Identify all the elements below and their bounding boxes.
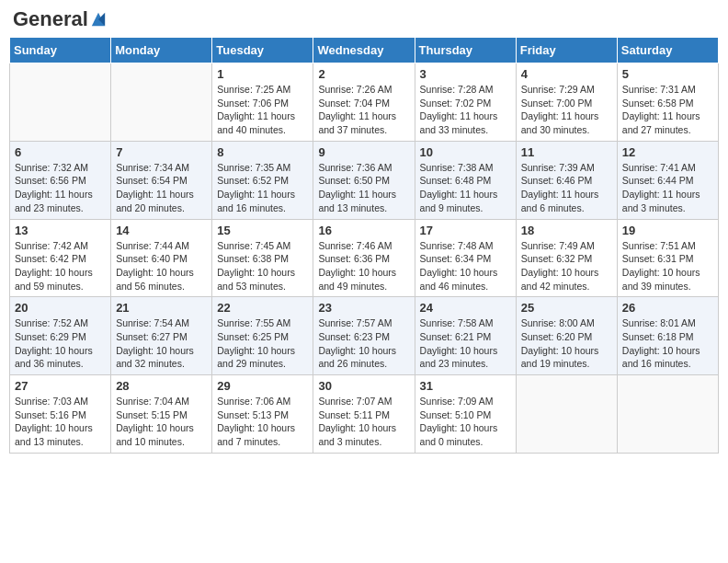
calendar-cell: 14Sunrise: 7:44 AM Sunset: 6:40 PM Dayli… [111, 219, 212, 297]
calendar-cell: 21Sunrise: 7:54 AM Sunset: 6:27 PM Dayli… [111, 297, 212, 375]
cell-day-number: 19 [622, 224, 713, 237]
cell-info: Sunrise: 7:55 AM Sunset: 6:25 PM Dayligh… [217, 316, 308, 371]
calendar-cell: 10Sunrise: 7:38 AM Sunset: 6:48 PM Dayli… [415, 141, 516, 219]
cell-day-number: 10 [420, 145, 511, 159]
cell-info: Sunrise: 7:46 AM Sunset: 6:36 PM Dayligh… [318, 239, 409, 293]
cell-info: Sunrise: 7:28 AM Sunset: 7:02 PM Dayligh… [420, 83, 511, 137]
cell-day-number: 9 [318, 145, 409, 159]
cell-day-number: 1 [217, 67, 308, 81]
cell-info: Sunrise: 7:58 AM Sunset: 6:21 PM Dayligh… [420, 316, 511, 371]
cell-info: Sunrise: 7:09 AM Sunset: 5:10 PM Dayligh… [420, 395, 511, 449]
calendar-cell: 2Sunrise: 7:26 AM Sunset: 7:04 PM Daylig… [313, 63, 415, 142]
cell-info: Sunrise: 7:04 AM Sunset: 5:15 PM Dayligh… [116, 395, 207, 449]
calendar-cell [617, 375, 718, 454]
cell-day-number: 13 [15, 224, 106, 237]
calendar-cell [516, 375, 617, 454]
calendar-cell: 11Sunrise: 7:39 AM Sunset: 6:46 PM Dayli… [516, 141, 617, 219]
day-header-saturday: Saturday [617, 38, 718, 63]
day-header-wednesday: Wednesday [313, 38, 415, 63]
day-header-friday: Friday [516, 38, 617, 63]
cell-day-number: 7 [116, 145, 207, 159]
cell-day-number: 11 [521, 145, 612, 159]
calendar-cell: 17Sunrise: 7:48 AM Sunset: 6:34 PM Dayli… [415, 219, 516, 297]
cell-day-number: 4 [521, 67, 612, 81]
cell-info: Sunrise: 7:42 AM Sunset: 6:42 PM Dayligh… [15, 239, 106, 293]
logo-icon [90, 11, 107, 28]
cell-day-number: 14 [116, 224, 207, 237]
cell-day-number: 20 [15, 301, 106, 315]
calendar-cell: 18Sunrise: 7:49 AM Sunset: 6:32 PM Dayli… [516, 219, 617, 297]
logo-general: General [13, 9, 88, 29]
cell-info: Sunrise: 7:31 AM Sunset: 6:58 PM Dayligh… [622, 83, 713, 137]
calendar-cell: 29Sunrise: 7:06 AM Sunset: 5:13 PM Dayli… [212, 375, 313, 454]
calendar-cell [111, 63, 212, 142]
cell-info: Sunrise: 8:00 AM Sunset: 6:20 PM Dayligh… [521, 316, 612, 371]
calendar-cell: 13Sunrise: 7:42 AM Sunset: 6:42 PM Dayli… [10, 219, 111, 297]
cell-day-number: 5 [622, 67, 713, 81]
calendar-week-2: 6Sunrise: 7:32 AM Sunset: 6:56 PM Daylig… [10, 141, 719, 219]
calendar-cell: 4Sunrise: 7:29 AM Sunset: 7:00 PM Daylig… [516, 63, 617, 142]
cell-day-number: 21 [116, 301, 207, 315]
cell-day-number: 30 [318, 379, 409, 393]
calendar-table: SundayMondayTuesdayWednesdayThursdayFrid… [9, 37, 719, 454]
cell-info: Sunrise: 7:45 AM Sunset: 6:38 PM Dayligh… [217, 239, 308, 293]
cell-info: Sunrise: 7:57 AM Sunset: 6:23 PM Dayligh… [318, 316, 409, 371]
calendar-cell: 8Sunrise: 7:35 AM Sunset: 6:52 PM Daylig… [212, 141, 313, 219]
calendar-cell: 31Sunrise: 7:09 AM Sunset: 5:10 PM Dayli… [415, 375, 516, 454]
calendar-cell: 1Sunrise: 7:25 AM Sunset: 7:06 PM Daylig… [212, 63, 313, 142]
calendar-week-5: 27Sunrise: 7:03 AM Sunset: 5:16 PM Dayli… [10, 375, 719, 454]
cell-day-number: 28 [116, 379, 207, 393]
calendar-week-1: 1Sunrise: 7:25 AM Sunset: 7:06 PM Daylig… [10, 63, 719, 142]
day-header-tuesday: Tuesday [212, 38, 313, 63]
calendar-cell: 26Sunrise: 8:01 AM Sunset: 6:18 PM Dayli… [617, 297, 718, 375]
calendar-cell: 7Sunrise: 7:34 AM Sunset: 6:54 PM Daylig… [111, 141, 212, 219]
cell-day-number: 18 [521, 224, 612, 237]
cell-info: Sunrise: 7:26 AM Sunset: 7:04 PM Dayligh… [318, 83, 409, 137]
calendar-cell: 3Sunrise: 7:28 AM Sunset: 7:02 PM Daylig… [415, 63, 516, 142]
calendar-cell: 25Sunrise: 8:00 AM Sunset: 6:20 PM Dayli… [516, 297, 617, 375]
calendar-cell [10, 63, 111, 142]
day-header-thursday: Thursday [415, 38, 516, 63]
cell-info: Sunrise: 7:52 AM Sunset: 6:29 PM Dayligh… [15, 316, 106, 371]
cell-info: Sunrise: 7:35 AM Sunset: 6:52 PM Dayligh… [217, 161, 308, 215]
cell-info: Sunrise: 7:54 AM Sunset: 6:27 PM Dayligh… [116, 316, 207, 371]
cell-day-number: 6 [15, 145, 106, 159]
cell-info: Sunrise: 7:49 AM Sunset: 6:32 PM Dayligh… [521, 239, 612, 293]
cell-day-number: 17 [420, 224, 511, 237]
cell-info: Sunrise: 7:39 AM Sunset: 6:46 PM Dayligh… [521, 161, 612, 215]
calendar-cell: 9Sunrise: 7:36 AM Sunset: 6:50 PM Daylig… [313, 141, 415, 219]
calendar-cell: 24Sunrise: 7:58 AM Sunset: 6:21 PM Dayli… [415, 297, 516, 375]
cell-info: Sunrise: 7:03 AM Sunset: 5:16 PM Dayligh… [15, 395, 106, 449]
calendar-cell: 28Sunrise: 7:04 AM Sunset: 5:15 PM Dayli… [111, 375, 212, 454]
cell-day-number: 3 [420, 67, 511, 81]
calendar-cell: 27Sunrise: 7:03 AM Sunset: 5:16 PM Dayli… [10, 375, 111, 454]
calendar-cell: 30Sunrise: 7:07 AM Sunset: 5:11 PM Dayli… [313, 375, 415, 454]
calendar-week-3: 13Sunrise: 7:42 AM Sunset: 6:42 PM Dayli… [10, 219, 719, 297]
logo: General [13, 9, 107, 29]
cell-day-number: 24 [420, 301, 511, 315]
cell-day-number: 29 [217, 379, 308, 393]
cell-info: Sunrise: 7:34 AM Sunset: 6:54 PM Dayligh… [116, 161, 207, 215]
cell-info: Sunrise: 7:36 AM Sunset: 6:50 PM Dayligh… [318, 161, 409, 215]
cell-day-number: 8 [217, 145, 308, 159]
cell-info: Sunrise: 7:25 AM Sunset: 7:06 PM Dayligh… [217, 83, 308, 137]
cell-day-number: 2 [318, 67, 409, 81]
calendar-cell: 5Sunrise: 7:31 AM Sunset: 6:58 PM Daylig… [617, 63, 718, 142]
cell-day-number: 12 [622, 145, 713, 159]
cell-info: Sunrise: 7:38 AM Sunset: 6:48 PM Dayligh… [420, 161, 511, 215]
cell-day-number: 15 [217, 224, 308, 237]
cell-info: Sunrise: 7:32 AM Sunset: 6:56 PM Dayligh… [15, 161, 106, 215]
day-header-monday: Monday [111, 38, 212, 63]
cell-day-number: 25 [521, 301, 612, 315]
calendar-body: 1Sunrise: 7:25 AM Sunset: 7:06 PM Daylig… [10, 63, 719, 454]
cell-day-number: 22 [217, 301, 308, 315]
calendar-cell: 15Sunrise: 7:45 AM Sunset: 6:38 PM Dayli… [212, 219, 313, 297]
calendar-cell: 22Sunrise: 7:55 AM Sunset: 6:25 PM Dayli… [212, 297, 313, 375]
cell-info: Sunrise: 7:41 AM Sunset: 6:44 PM Dayligh… [622, 161, 713, 215]
cell-info: Sunrise: 7:07 AM Sunset: 5:11 PM Dayligh… [318, 395, 409, 449]
calendar-cell: 16Sunrise: 7:46 AM Sunset: 6:36 PM Dayli… [313, 219, 415, 297]
cell-day-number: 16 [318, 224, 409, 237]
cell-info: Sunrise: 7:51 AM Sunset: 6:31 PM Dayligh… [622, 239, 713, 293]
cell-info: Sunrise: 7:29 AM Sunset: 7:00 PM Dayligh… [521, 83, 612, 137]
cell-day-number: 31 [420, 379, 511, 393]
